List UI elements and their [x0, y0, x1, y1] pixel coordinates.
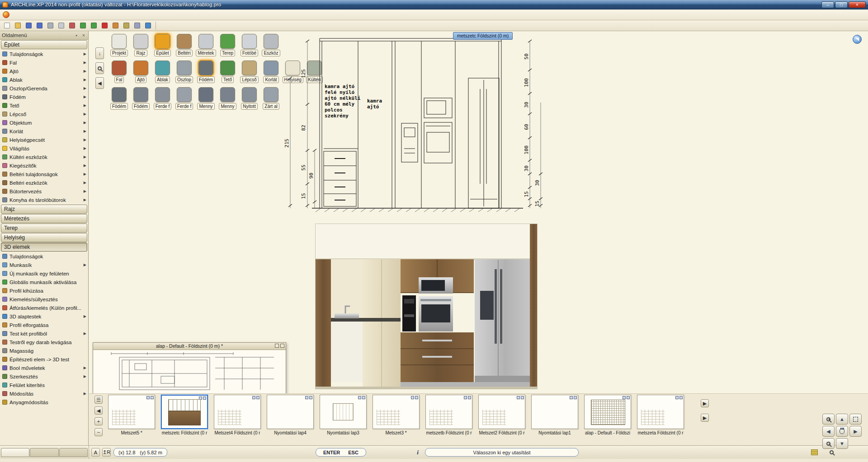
- print-preview-icon[interactable]: [56, 21, 66, 30]
- esc-hint[interactable]: ESC: [348, 450, 359, 455]
- popout-icon[interactable]: [280, 344, 284, 348]
- thumbnail-canvas[interactable]: [161, 395, 208, 429]
- sidebar-item[interactable]: Korlát ▶: [0, 127, 88, 135]
- sidebar-item[interactable]: Konyha és tárolóbútorok ▶: [0, 196, 88, 204]
- tracking-icon[interactable]: ↥R: [102, 448, 111, 457]
- zoom-fit-icon[interactable]: [849, 414, 862, 425]
- view-thumbnail[interactable]: Metszet4 Földszint (0 r: [214, 395, 261, 435]
- thumbnail-canvas[interactable]: [214, 395, 261, 429]
- view-thumbnail[interactable]: metszetc Földszint (0 r: [161, 395, 208, 435]
- layers-icon[interactable]: [121, 21, 131, 30]
- view-thumbnail[interactable]: metszeta Földszint (0 r: [637, 395, 684, 435]
- sidebar-item[interactable]: Kültéri eszközök ▶: [0, 153, 88, 161]
- sidebar-item[interactable]: Épület ▶: [1, 40, 87, 49]
- pin-icon[interactable]: [305, 396, 308, 399]
- palette-button[interactable]: Ferde f: [174, 87, 194, 110]
- thumbnail-canvas[interactable]: [478, 395, 525, 429]
- color-picker-icon[interactable]: [67, 21, 77, 30]
- close-icon[interactable]: ×: [81, 33, 86, 38]
- sidebar-item[interactable]: Helyiségpecsét ▶: [0, 135, 88, 144]
- palette-button[interactable]: Nyitott: [239, 87, 259, 110]
- sidebar-item[interactable]: Ablak ▶: [0, 75, 88, 84]
- grid-icon[interactable]: [132, 21, 142, 30]
- palette-button[interactable]: Rajz: [131, 34, 151, 56]
- pan-right-icon[interactable]: ▶: [849, 426, 862, 437]
- palette-button[interactable]: Beltéri: [174, 34, 194, 56]
- palette-button[interactable]: Ajtó: [131, 61, 151, 83]
- help-icon[interactable]: [143, 21, 153, 30]
- maximize-button[interactable]: □: [835, 1, 848, 8]
- elevation-view[interactable]: metszetc Földszint (0 m): [277, 33, 575, 215]
- close-button[interactable]: ×: [849, 1, 866, 8]
- pin-icon[interactable]: [570, 396, 573, 399]
- drawing-canvas[interactable]: ↓ ◀ Projekt Rajz Épület Beltéri Méretek: [89, 31, 868, 393]
- sidebar-item[interactable]: Objektum ▶: [0, 118, 88, 127]
- view-thumbnail[interactable]: Nyomtatási lap4: [267, 395, 314, 435]
- sidebar-item[interactable]: Világítás ▶: [0, 144, 88, 153]
- sidebar-item[interactable]: Kiegészítők ▶: [0, 161, 88, 170]
- thumbnail-canvas[interactable]: [108, 395, 155, 429]
- panel-tab[interactable]: [30, 448, 58, 457]
- pin-icon[interactable]: [675, 396, 679, 399]
- sidebar-item[interactable]: Tulajdonságok ▶: [0, 50, 88, 58]
- palette-button[interactable]: Fal: [109, 61, 129, 83]
- view-thumbnail[interactable]: alap - Default - Földszi: [584, 395, 631, 435]
- popout-icon[interactable]: [309, 396, 312, 399]
- sidebar-item[interactable]: Födém ▶: [0, 93, 88, 101]
- sidebar-item[interactable]: Helyiség ▶: [1, 233, 87, 242]
- palette-button[interactable]: Fotóbé: [239, 34, 259, 56]
- text-style-icon[interactable]: A: [91, 448, 100, 457]
- pan-down-icon[interactable]: ▼: [836, 438, 848, 449]
- palette-button[interactable]: Oszlop: [174, 61, 194, 83]
- palette-button[interactable]: Ablak: [152, 61, 173, 83]
- enter-hint[interactable]: ENTER: [323, 450, 340, 455]
- menu-item[interactable]: [69, 14, 77, 16]
- view-thumbnail[interactable]: Metszet5 *: [108, 395, 155, 435]
- pin-icon[interactable]: [623, 396, 626, 399]
- sidebar-item[interactable]: Tető ▶: [0, 101, 88, 110]
- sidebar-item[interactable]: Beltéri tulajdonságok ▶: [0, 170, 88, 178]
- panel-tab[interactable]: [59, 448, 88, 457]
- sidebar-item[interactable]: Test két profilból ▶: [0, 329, 88, 338]
- view-thumbnail[interactable]: Metszet3 *: [373, 395, 420, 435]
- sidebar-item[interactable]: Kiemelés/süllyesztés ▶: [0, 295, 88, 303]
- palette-button[interactable]: Tető: [217, 61, 238, 83]
- list-view-icon[interactable]: ☰: [94, 396, 103, 404]
- save-all-icon[interactable]: [34, 21, 44, 30]
- sidebar-item[interactable]: Testről egy darab levágása ▶: [0, 338, 88, 346]
- palette-button[interactable]: Projekt: [109, 34, 129, 56]
- zoom-out-icon[interactable]: −: [822, 438, 835, 449]
- scroll-prev-icon[interactable]: ◀: [94, 406, 103, 415]
- thumbnail-canvas[interactable]: [531, 395, 578, 429]
- thumbnail-canvas[interactable]: [373, 395, 420, 429]
- scroll-next-2-icon[interactable]: ▶: [701, 414, 709, 422]
- zoom-tool-icon[interactable]: [95, 62, 104, 74]
- undo-icon[interactable]: [78, 21, 88, 30]
- layers-grid-icon[interactable]: [811, 449, 818, 455]
- palette-button[interactable]: Menny: [217, 87, 238, 110]
- menu-item[interactable]: [110, 14, 118, 16]
- thumbnail-canvas[interactable]: [267, 395, 314, 429]
- sidebar-item[interactable]: Felület kiterítés ▶: [0, 381, 88, 389]
- pin-icon[interactable]: [358, 396, 361, 399]
- sidebar-item[interactable]: Építészeti elem -> 3D test ▶: [0, 355, 88, 364]
- sidebar-item[interactable]: Anyagmódosítás ▶: [0, 398, 88, 406]
- pin-icon[interactable]: [146, 396, 150, 399]
- sidebar-item[interactable]: Lépcső ▶: [0, 110, 88, 118]
- view-thumbnail[interactable]: metszetb Földszint (0 r: [425, 395, 472, 435]
- palette-button[interactable]: Méretek: [196, 34, 216, 56]
- navigation-compass-icon[interactable]: ◥: [853, 35, 862, 44]
- sidebar-item[interactable]: 3D alaptestek ▶: [0, 312, 88, 321]
- pan-hand-icon[interactable]: [836, 426, 848, 437]
- zoom-in-strip-icon[interactable]: +: [94, 417, 103, 425]
- pin-icon[interactable]: ▪: [74, 33, 79, 38]
- pin-icon[interactable]: [275, 344, 279, 348]
- popout-icon[interactable]: [679, 396, 683, 399]
- sidebar-item[interactable]: Új munkasík egy felületen ▶: [0, 269, 88, 278]
- format-brush-icon[interactable]: [110, 21, 120, 30]
- palette-button[interactable]: Födém: [109, 87, 129, 110]
- minimize-button[interactable]: –: [821, 1, 834, 8]
- sidebar-item[interactable]: Beltéri eszközök ▶: [0, 178, 88, 187]
- palette-button[interactable]: Lépcső: [239, 61, 259, 83]
- render-3d-view[interactable]: [316, 224, 537, 389]
